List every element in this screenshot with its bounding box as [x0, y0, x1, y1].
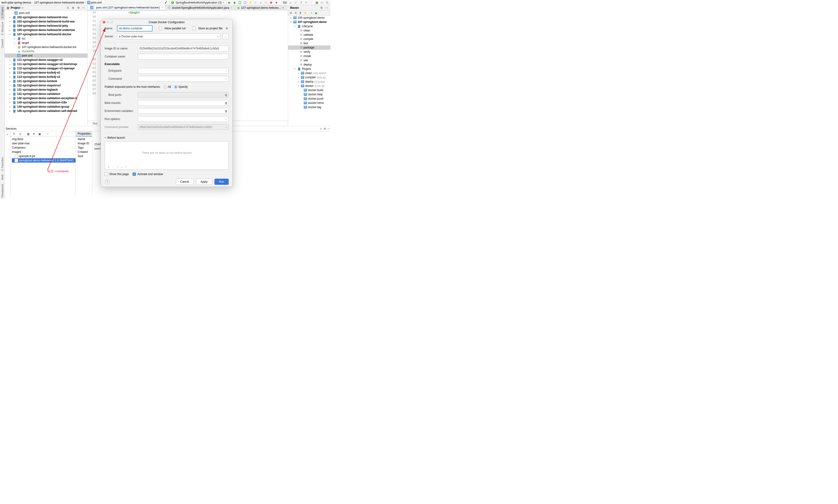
server-more-button[interactable]: … [222, 34, 229, 39]
radio-specify[interactable]: Specify [174, 85, 188, 89]
folder-icon[interactable]: ▇ [225, 110, 227, 112]
tree-module[interactable]: ▸▇104-springboot-demo-helloworld-jetty [5, 24, 87, 28]
git-commit-icon[interactable]: ✓ [294, 1, 298, 4]
favorites-tool-button[interactable]: 2: Favorites [0, 156, 4, 173]
close-icon[interactable]: × [231, 6, 232, 10]
entrypoint-input[interactable]: ⤢ [138, 68, 229, 74]
hotswap-icon[interactable]: ◈ [259, 1, 263, 4]
editor-tab-java[interactable]: Ⓒdocker/SpringBootHelloWorldApplication.… [165, 5, 235, 11]
tree-module[interactable]: ▸▇121-springboot-demo-lombok [5, 79, 87, 83]
expand-all-icon[interactable]: ⊕ [71, 6, 75, 10]
chevron-down-icon[interactable]: ▾ [105, 136, 106, 139]
command-input[interactable]: ⤢ [138, 76, 229, 82]
toggle-offline-icon[interactable]: ⚡ [303, 11, 307, 15]
edit-icon[interactable]: ✎ [117, 165, 119, 168]
text-tab[interactable]: Text [92, 122, 97, 125]
tree-module[interactable]: ▸▇141-springboot-demo-validation [5, 92, 87, 96]
chevron-down-icon[interactable]: ▾ [22, 6, 23, 10]
help-icon[interactable]: ? [105, 179, 110, 184]
image-id-input[interactable]: f32540f6d23d102d252bcdb4f244f8fe88c47476… [138, 46, 229, 51]
apply-button[interactable]: Apply [196, 179, 212, 185]
git-revert-icon[interactable]: ↻ [304, 1, 308, 4]
server-select[interactable]: ◈ Docker-pdai-mac▾ [117, 34, 220, 39]
gear-icon[interactable]: ⚙ [76, 6, 80, 10]
bind-mounts-input[interactable]: ▇ [138, 100, 229, 106]
hide-panel-icon[interactable]: — [325, 6, 328, 10]
tree-file-selected[interactable]: mpom.xml [5, 53, 87, 58]
add-icon[interactable]: ＋ [6, 132, 10, 136]
maven-plugin-open[interactable]: ▾docker (com.sp [288, 84, 331, 88]
tree-node[interactable]: cker-pdai-mac [12, 141, 75, 145]
remove-icon[interactable]: − [112, 165, 114, 168]
breadcrumb-module[interactable]: 107-springboot-demo-helloworld-docker [34, 1, 84, 4]
maven-goal[interactable]: ⚙deploy [288, 62, 331, 67]
run-maven-icon[interactable]: ▶ [314, 11, 318, 15]
git-update-icon[interactable]: ↙ [289, 1, 292, 4]
tree-file[interactable]: mpom.xml [5, 11, 87, 15]
maven-plugins[interactable]: ▾▇Plugins [288, 67, 331, 71]
hide-panel-icon[interactable]: — [82, 6, 86, 10]
store-file-checkbox[interactable] [193, 27, 196, 30]
maven-tree[interactable]: ▸105-springboot-demo ▾107-springboot-dem… [288, 16, 331, 126]
rerun-failed-icon[interactable]: ⟳ [253, 1, 257, 4]
structure-tool-button[interactable]: 2: Structure [0, 20, 4, 37]
endpoints-icon[interactable]: ⬢ [269, 1, 273, 4]
add-service-icon[interactable]: ＋ [46, 132, 50, 136]
gear-icon[interactable]: ⚙ [225, 26, 229, 30]
services-icon[interactable]: ⬡ [264, 1, 268, 4]
checkbox[interactable] [15, 155, 18, 158]
allow-parallel-checkbox[interactable] [159, 27, 162, 30]
expand-icon[interactable]: ⤢ [225, 118, 227, 121]
maven-task[interactable]: docker:push [288, 96, 331, 101]
tree-file[interactable]: ▦107-springboot-demo-helloworld-docker.i… [5, 45, 87, 49]
tree-module[interactable]: ▸▇145-springboot-demo-validation-self-de… [5, 109, 87, 113]
close-window-icon[interactable] [103, 21, 105, 23]
container-name-input[interactable] [138, 54, 229, 59]
expand-icon[interactable]: ⤢ [225, 126, 227, 128]
folder-icon[interactable]: ▇ [225, 94, 227, 96]
folder-icon[interactable]: ▇ [225, 102, 227, 104]
web-tool-button[interactable]: Web [0, 173, 4, 182]
tree-module[interactable]: ▸▇113-springboot-demo-knife4j-v3 [5, 75, 87, 79]
dialog-titlebar[interactable]: Create Docker Configuration [101, 19, 232, 25]
maven-plugin[interactable]: ▸deploy (org.apa [288, 79, 331, 84]
hammer-build-icon[interactable] [164, 1, 168, 4]
maven-module-open[interactable]: ▾107-springboot-demo [288, 20, 331, 24]
reload-icon[interactable]: ⟳ [289, 11, 293, 15]
filter-icon[interactable]: ▼ [32, 132, 36, 136]
properties-tab[interactable]: Properties [76, 131, 92, 137]
show-this-page-checkbox[interactable] [105, 173, 108, 176]
expand-icon[interactable]: ⤢ [225, 78, 227, 80]
git-history-icon[interactable]: ↺ [299, 1, 303, 4]
editor-tab-other[interactable]: ◉107-springboot-demo-hellowo...▾ [235, 5, 286, 11]
breadcrumb-root[interactable]: tech-pdai-spring-demos [1, 1, 31, 4]
tree-file[interactable]: ◈Dockerfile [5, 49, 87, 53]
coverage-icon[interactable] [238, 1, 242, 4]
tree-module[interactable]: ▸▇142-springboot-demo-validation-excepti… [5, 96, 87, 100]
radio-all[interactable]: All [164, 85, 171, 89]
gear-icon[interactable]: ⚙ [320, 6, 323, 10]
tree-node[interactable]: Images [12, 150, 75, 154]
cancel-button[interactable]: Cancel [176, 179, 194, 185]
run-options-input[interactable]: ⤢ [138, 116, 229, 122]
expand-all-icon[interactable]: ⇱ [12, 132, 16, 136]
maven-goal[interactable]: ⚙test [288, 41, 331, 46]
pin-icon[interactable]: ▣ [38, 132, 41, 136]
persistence-tool-button[interactable]: Persistence [0, 182, 4, 199]
run-button[interactable]: Run [214, 179, 229, 185]
bind-ports-input[interactable]: ▇ [138, 92, 229, 98]
tree-node[interactable]: Containers [12, 145, 75, 150]
run-configuration-selector[interactable]: SpringBootHelloWorldApplication (3) ▾ [169, 0, 226, 5]
tree-module[interactable]: ▸▇112-springboot-demo-swagger-v3-openapi [5, 66, 87, 71]
gear-icon[interactable]: ⚙ [323, 127, 327, 131]
maven-task[interactable]: docker:tag [288, 105, 331, 109]
tree-module[interactable]: ▸▇102-springboot-demo-helloworld-mvc [5, 15, 87, 19]
editor-tab-pom[interactable]: mpom.xml (107-springboot-demo-helloworld… [88, 5, 165, 11]
collapse-all-icon[interactable]: ⇲ [18, 132, 22, 136]
tree-module[interactable]: ▸▇111-springboot-demo-swagger-v2 [5, 58, 87, 62]
run-icon[interactable]: ▶ [228, 1, 231, 4]
maven-goal[interactable]: ⚙clean [288, 29, 331, 33]
download-sources-icon[interactable]: ⬇ [299, 11, 302, 15]
debug-icon[interactable] [233, 1, 236, 4]
commit-tool-button[interactable]: Commit [0, 37, 4, 50]
